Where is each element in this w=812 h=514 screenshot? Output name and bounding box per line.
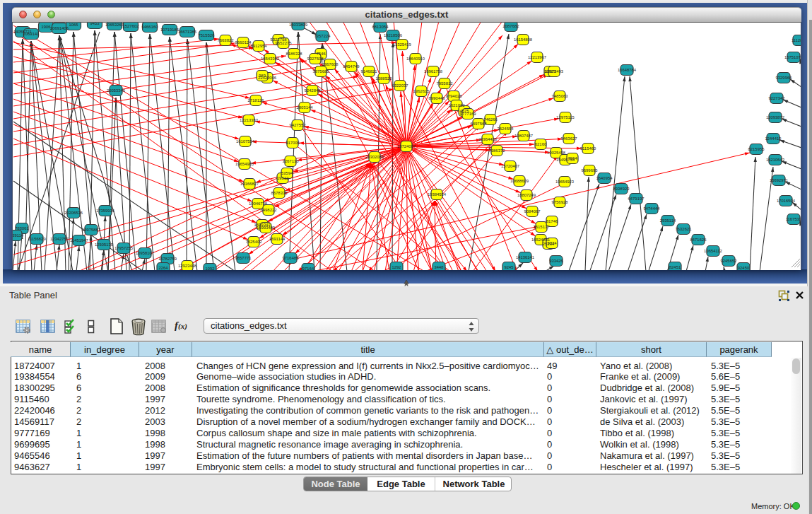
svg-text:10046738: 10046738	[249, 201, 268, 206]
svg-text:16648784: 16648784	[618, 68, 637, 72]
svg-text:1588520: 1588520	[376, 76, 393, 81]
svg-text:8912954: 8912954	[251, 44, 268, 48]
svg-text:1691144: 1691144	[269, 237, 286, 241]
svg-text:11325419: 11325419	[393, 42, 411, 47]
svg-text:20691406: 20691406	[50, 26, 69, 30]
svg-text:2718126: 2718126	[248, 98, 265, 103]
svg-text:19312: 19312	[277, 176, 288, 180]
svg-text:9756928: 9756928	[552, 200, 569, 204]
svg-text:17359936: 17359936	[96, 209, 115, 213]
svg-text:7663822: 7663822	[218, 38, 234, 42]
svg-text:1362615: 1362615	[413, 89, 430, 93]
svg-text:1092: 1092	[205, 267, 214, 270]
svg-text:9245: 9245	[504, 265, 514, 269]
svg-text:2069141: 2069141	[23, 32, 40, 36]
svg-text:2935114: 2935114	[660, 218, 676, 223]
svg-text:989: 989	[259, 74, 266, 78]
svg-text:16671385: 16671385	[178, 30, 197, 34]
svg-text:9657771: 9657771	[235, 256, 252, 260]
svg-text:10719185: 10719185	[160, 28, 180, 32]
svg-text:19166827: 19166827	[240, 182, 259, 186]
svg-text:9652275: 9652275	[276, 41, 293, 45]
svg-text:9115460: 9115460	[580, 146, 596, 151]
svg-text:6322037: 6322037	[392, 83, 408, 88]
svg-text:9327508: 9327508	[307, 57, 324, 61]
svg-text:7955812: 7955812	[437, 81, 453, 86]
svg-text:8678335: 8678335	[271, 191, 288, 195]
svg-text:3624554: 3624554	[498, 127, 514, 131]
svg-text:16543362: 16543362	[261, 57, 279, 61]
svg-text:2803144: 2803144	[297, 105, 314, 110]
svg-text:15692971: 15692971	[770, 178, 788, 182]
svg-text:9716485: 9716485	[283, 256, 300, 260]
svg-text:1615137: 1615137	[534, 225, 550, 229]
svg-text:9463627: 9463627	[561, 136, 577, 141]
svg-text:9245652: 9245652	[721, 259, 737, 263]
svg-text:16782759: 16782759	[158, 257, 177, 261]
svg-text:8215955: 8215955	[748, 147, 765, 151]
svg-text:6466160: 6466160	[142, 25, 159, 29]
svg-text:10958107: 10958107	[136, 251, 154, 255]
svg-text:7515526: 7515526	[199, 33, 216, 37]
svg-text:1065: 1065	[69, 23, 78, 27]
svg-text:15751074: 15751074	[784, 55, 801, 59]
svg-text:16210643: 16210643	[766, 158, 785, 162]
svg-text:7546: 7546	[316, 52, 326, 56]
svg-text:81746: 81746	[546, 219, 558, 223]
svg-text:8454749: 8454749	[343, 64, 360, 69]
svg-text:82451: 82451	[669, 265, 681, 269]
svg-text:9329966: 9329966	[776, 76, 793, 80]
svg-text:11451947: 11451947	[70, 238, 88, 243]
svg-text:9453: 9453	[90, 23, 100, 25]
svg-text:3267130: 3267130	[283, 159, 300, 163]
svg-text:1640954: 1640954	[596, 176, 613, 180]
svg-text:19218506: 19218506	[384, 33, 403, 37]
svg-text:1244415: 1244415	[765, 136, 782, 141]
svg-text:8813054: 8813054	[372, 25, 389, 29]
svg-text:19654985: 19654985	[235, 162, 254, 166]
svg-text:7625402: 7625402	[246, 240, 262, 244]
svg-text:8990443: 8990443	[429, 96, 446, 100]
svg-text:1527602: 1527602	[123, 24, 139, 28]
svg-text:12093872: 12093872	[766, 115, 784, 119]
svg-text:1292: 1292	[392, 265, 401, 269]
svg-text:8471626: 8471626	[690, 238, 707, 242]
svg-text:53594: 53594	[281, 171, 293, 175]
svg-text:1167533: 1167533	[786, 217, 801, 221]
svg-text:16033809: 16033809	[289, 23, 307, 27]
svg-text:8660124: 8660124	[235, 40, 252, 45]
svg-text:7539114: 7539114	[13, 233, 24, 238]
svg-text:10653267: 10653267	[105, 23, 124, 27]
svg-text:783061: 783061	[15, 226, 29, 230]
svg-text:3448: 3448	[434, 265, 444, 269]
svg-text:19384554: 19384554	[428, 192, 447, 197]
svg-text:20053346: 20053346	[107, 88, 126, 93]
svg-text:6498222: 6498222	[261, 208, 277, 212]
svg-text:18724007: 18724007	[397, 144, 416, 148]
svg-text:8938923: 8938923	[613, 187, 630, 191]
svg-text:7986372: 7986372	[489, 148, 505, 153]
svg-text:10973493: 10973493	[545, 69, 564, 74]
svg-text:9699695: 9699695	[582, 168, 599, 173]
svg-text:9146821: 9146821	[361, 69, 377, 74]
svg-text:10654112: 10654112	[704, 249, 722, 253]
svg-text:19654923: 19654923	[555, 180, 575, 184]
svg-text:16154808: 16154808	[514, 37, 533, 42]
svg-text:1621022: 1621022	[449, 103, 465, 107]
svg-text:12213383: 12213383	[240, 118, 259, 122]
svg-text:12213967: 12213967	[528, 55, 546, 59]
svg-text:20364436: 20364436	[478, 137, 498, 141]
svg-text:18807249: 18807249	[517, 193, 536, 197]
svg-text:2264: 2264	[158, 266, 168, 270]
svg-text:9794028: 9794028	[446, 94, 463, 98]
svg-text:17957255: 17957255	[114, 246, 134, 250]
svg-text:16993489: 16993489	[257, 226, 275, 230]
svg-text:7357224: 7357224	[314, 34, 331, 38]
svg-text:1112841: 1112841	[792, 38, 801, 42]
svg-text:10688609: 10688609	[510, 179, 529, 183]
svg-text:17016504: 17016504	[777, 199, 796, 203]
svg-text:9474444: 9474444	[644, 206, 661, 211]
svg-text:7632621: 7632621	[676, 227, 692, 231]
svg-text:9227342: 9227342	[769, 96, 785, 100]
svg-text:933426: 933426	[549, 259, 563, 263]
